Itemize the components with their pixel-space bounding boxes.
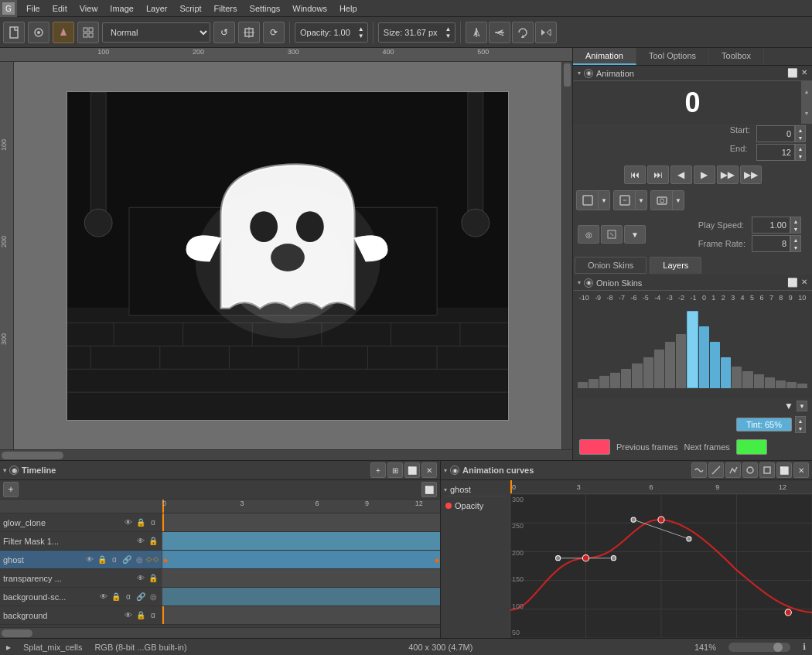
tl-alpha-icon-2[interactable]: α [109, 555, 120, 564]
tl-lock-icon-2[interactable]: 🔒 [97, 555, 107, 564]
tl-onion-icon-2[interactable]: ◎ [134, 555, 145, 564]
tl-eye-icon-3[interactable]: 👁 [135, 574, 146, 582]
timeline-collapse-icon[interactable]: ▾ [3, 467, 6, 474]
play-first-button[interactable]: ⏮ [624, 165, 646, 184]
size-down[interactable]: ▼ [442, 32, 455, 39]
tl-chain-icon-2[interactable]: 🔗 [121, 555, 132, 564]
animation-collapse-icon[interactable]: ▾ [578, 70, 581, 77]
tl-lock-icon-3[interactable]: 🔒 [148, 574, 159, 582]
flip-h-button[interactable] [466, 22, 487, 43]
onion-bar-7[interactable] [765, 377, 775, 388]
menu-windows[interactable]: Windows [286, 2, 333, 15]
onion-bar-9[interactable] [786, 382, 797, 388]
end-down[interactable]: ▼ [796, 152, 805, 160]
size-up[interactable]: ▲ [442, 26, 455, 32]
filter-expand[interactable]: ▼ [797, 401, 807, 411]
menu-help[interactable]: Help [333, 2, 363, 15]
vertical-scrollbar[interactable] [561, 62, 572, 449]
record-dropdown[interactable]: ▼ [636, 191, 647, 210]
menu-filters[interactable]: Filters [208, 2, 244, 15]
tl-eye-icon-4[interactable]: 👁 [98, 592, 109, 601]
reset-button[interactable]: ↺ [213, 22, 235, 43]
tint-button[interactable]: Tint: 65% [736, 418, 792, 432]
tl-alpha-icon-0[interactable]: α [148, 518, 159, 527]
tl-new-layer-button[interactable]: + [3, 482, 19, 497]
tl-alpha-icon-4[interactable]: α [123, 592, 134, 601]
new-file-button[interactable] [3, 22, 25, 43]
tab-animation[interactable]: Animation [573, 48, 636, 65]
prev-frames-swatch[interactable] [579, 439, 610, 455]
onion-button[interactable]: ◎ [578, 225, 599, 244]
menu-layer[interactable]: Layer [140, 2, 174, 15]
mirror-button[interactable] [535, 22, 557, 43]
start-down[interactable]: ▼ [796, 134, 805, 142]
tl-alpha-icon-5[interactable]: α [148, 611, 159, 619]
onion-button2[interactable] [601, 225, 623, 244]
paint-bucket-button[interactable] [53, 22, 74, 43]
menu-view[interactable]: View [73, 2, 104, 15]
play-last-button[interactable]: ▶▶ [740, 165, 762, 184]
tl-eye-icon-2[interactable]: 👁 [84, 555, 95, 564]
animation-expand-icon[interactable]: ⬜ [787, 68, 798, 78]
tl-grid-button[interactable]: ⊞ [387, 462, 403, 478]
timeline-h-scrollbar[interactable] [0, 627, 440, 638]
onion-bar-10[interactable] [797, 384, 807, 388]
start-input[interactable] [756, 125, 795, 142]
curves-btn-5[interactable] [759, 462, 775, 478]
camera-dropdown[interactable]: ▼ [673, 191, 684, 210]
curves-layer-expand[interactable]: ▾ [444, 486, 447, 493]
tl-chain-icon-4[interactable]: 🔗 [135, 592, 146, 601]
tint-down[interactable]: ▼ [796, 425, 805, 432]
loop-dropdown[interactable]: ▼ [599, 191, 609, 210]
menu-edit[interactable]: Edit [46, 2, 73, 15]
curves-channel-opacity[interactable]: Opacity [444, 500, 507, 512]
onion-expand-icon[interactable]: ⬜ [787, 278, 798, 288]
onion-bar--8[interactable] [599, 376, 609, 388]
frame-rate-down[interactable]: ▼ [791, 244, 800, 251]
filter-icon[interactable]: ▼ [784, 401, 793, 411]
play-speed-input[interactable] [752, 217, 790, 234]
tl-lock-icon-1[interactable]: 🔒 [148, 537, 159, 545]
open-file-button[interactable] [28, 22, 49, 43]
tl-onion-icon-4[interactable]: ◎ [148, 592, 159, 601]
onion-bar-4[interactable] [732, 367, 742, 388]
onion-bar--1[interactable] [676, 334, 686, 388]
play-prev-key-button[interactable]: ⏭ [647, 165, 669, 184]
frame-rate-up[interactable]: ▲ [791, 236, 800, 244]
menu-settings[interactable]: Settings [244, 2, 287, 15]
onion-bar-5[interactable] [742, 371, 752, 388]
end-input[interactable] [756, 144, 795, 161]
onion-bar--5[interactable] [632, 363, 642, 388]
onion-close-icon[interactable]: ✕ [801, 278, 807, 288]
tab-toolbox[interactable]: Toolbox [709, 48, 764, 65]
tab-tool-options[interactable]: Tool Options [636, 48, 709, 65]
tl-lock-icon-4[interactable]: 🔒 [111, 592, 121, 601]
onion-bar--6[interactable] [621, 369, 631, 388]
record-button[interactable] [614, 191, 636, 210]
sub-tab-onion-skins[interactable]: Onion Skins [575, 257, 647, 274]
horizontal-scrollbar[interactable] [0, 449, 572, 460]
menu-image[interactable]: Image [104, 2, 140, 15]
blend-mode-select[interactable]: Normal [102, 22, 210, 43]
tl-eye-icon-5[interactable]: 👁 [123, 611, 134, 619]
curves-close-button[interactable]: ✕ [793, 462, 809, 478]
onion-collapse-icon[interactable]: ▾ [578, 279, 581, 286]
onion-bar-2[interactable] [710, 342, 720, 388]
start-up[interactable]: ▲ [796, 126, 805, 134]
onion-bar-0[interactable] [687, 311, 698, 388]
play-step-forward-button[interactable]: ◀◀ [717, 165, 739, 184]
frame-scrollbar[interactable]: ▲ ▼ [801, 81, 812, 124]
curves-expand-button[interactable]: ⬜ [776, 462, 792, 478]
curves-btn-3[interactable] [725, 462, 741, 478]
onion-bar--7[interactable] [610, 373, 620, 388]
tl-eye-icon-1[interactable]: 👁 [135, 537, 146, 545]
tl-add-button[interactable]: + [370, 462, 386, 478]
frame-scroll-up[interactable]: ▲ [801, 81, 812, 103]
onion-bar-6[interactable] [754, 374, 764, 388]
tl-expand-frame-button[interactable]: ⬜ [421, 482, 437, 497]
opacity-up[interactable]: ▲ [355, 26, 367, 32]
tl-expand-button[interactable]: ⬜ [404, 462, 420, 478]
frame-rate-input[interactable] [752, 235, 790, 252]
opacity-down[interactable]: ▼ [355, 32, 367, 39]
loop-button[interactable] [577, 191, 599, 210]
